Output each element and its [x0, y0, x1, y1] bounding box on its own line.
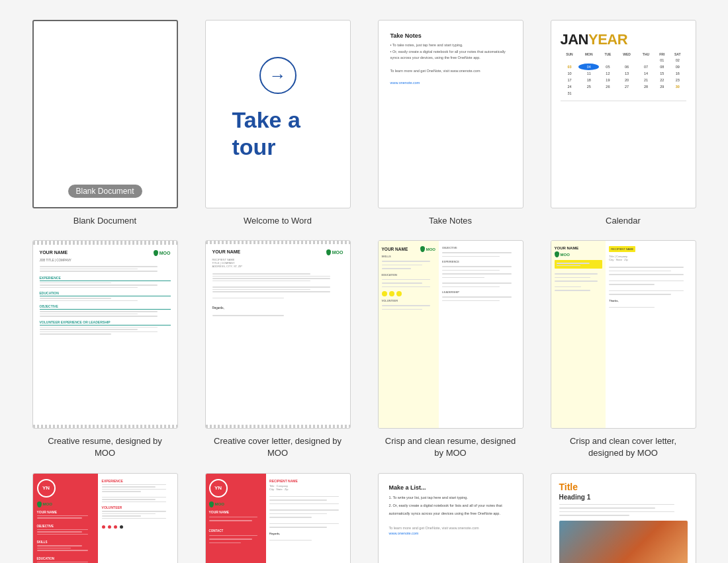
pr-name: YOUR NAME [37, 510, 94, 514]
ccl-recipient: RECIPIENT NAMETITLE | COMPANYADDRESS, CI… [212, 258, 343, 268]
cal-year: YEAR [588, 31, 627, 48]
template-polished-cover[interactable]: YN MOO YOUR NAME CONTACT [199, 473, 356, 563]
make-list-thumb[interactable]: Make a List... 1. To write your list, ju… [378, 473, 523, 563]
tour-label: Welcome to Word [244, 215, 312, 227]
calendar-thumb[interactable]: JANYEAR SUNMONTUEWEDTHUFRISAT 0102 03040… [551, 20, 696, 208]
notes-line-1: • To take notes, just tap here and start… [390, 43, 463, 48]
blank-label: Blank Document [73, 215, 136, 227]
pcl-moo: MOO [209, 501, 263, 507]
pr-initials: YN [37, 479, 56, 498]
make-list-item2: 2. Or, easily create a digital notebook … [389, 503, 502, 508]
crisp-cover-recipient-box: RECIPIENT NAME [609, 246, 635, 252]
cal-header: JANYEAR [561, 31, 628, 48]
cr-bottom-bar [33, 425, 177, 428]
creative-resume-thumb[interactable]: YOUR NAME MOO JOB TITLE | COMPANY EXPERI… [32, 240, 178, 429]
ccl-moo-logo: MOO [326, 249, 343, 255]
pr-volunteer-title: VOLUNTEER [102, 505, 173, 509]
cr-header: YOUR NAME MOO [40, 250, 171, 256]
pr-sidebar: YN MOO YOUR NAME OBJECTIVE SKILLS [33, 474, 98, 563]
pr-section-objective: OBJECTIVE [37, 525, 94, 528]
crisp-header: YOUR NAME MOO [382, 246, 436, 252]
pcl-right: RECIPIENT NAME Title · CompanyCity · Sta… [266, 474, 349, 563]
tour-text: Take atour [232, 107, 337, 161]
pcl-contact-section: CONTACT [209, 529, 263, 533]
crisp-cover-label: Crisp and clean cover letter, designed b… [557, 435, 690, 459]
crisp-cover-moo: MOO [555, 251, 603, 257]
creative-cover-label: Creative cover letter, designed by MOO [212, 435, 344, 459]
ccl-body: YOUR NAME MOO RECIPIENT NAMETITLE | COMP… [206, 244, 350, 425]
moo-text: MOO [159, 251, 171, 255]
moo-drop-icon [154, 250, 158, 256]
notes-thumb[interactable]: Take Notes • To take notes, just tap her… [378, 20, 523, 208]
notes-line-4: To learn more and get OneNote, visit www… [390, 69, 480, 74]
cal-table: SUNMONTUEWEDTHUFRISAT 0102 0304050607080… [561, 52, 686, 97]
write-journal-thumb[interactable]: Title Heading 1 [551, 473, 696, 563]
notes-line-3: syncs across your devices, using the fre… [390, 56, 480, 61]
template-creative-cover[interactable]: YOUR NAME MOO RECIPIENT NAMETITLE | COMP… [199, 240, 356, 459]
make-list-footer: To learn more and get OneNote, visit www… [389, 525, 479, 531]
creative-cover-thumb[interactable]: YOUR NAME MOO RECIPIENT NAMETITLE | COMP… [205, 240, 351, 429]
make-list-item1: 1. To write your list, just tap here and… [389, 495, 468, 500]
template-welcome-to-word[interactable]: → Take atour Welcome to Word [199, 20, 356, 227]
cal-jan: JAN [561, 31, 589, 48]
pcl-moo-text: MOO [215, 502, 224, 506]
pr-experience-title: EXPERIENCE [102, 479, 173, 483]
make-list-title: Make a List... [389, 484, 426, 491]
crisp-moo-drop [420, 246, 425, 252]
crisp-cover-moo-text: MOO [561, 253, 570, 257]
template-crisp-cover[interactable]: YOUR NAME MOO [545, 240, 702, 459]
template-blank-document[interactable]: Blank Document Blank Document [26, 20, 183, 227]
calendar-label: Calendar [606, 215, 641, 227]
pr-main: EXPERIENCE VOLUNTEER [98, 474, 177, 563]
template-write-journal[interactable]: Title Heading 1 Write a Journal [545, 473, 702, 563]
blank-thumb[interactable]: Blank Document [32, 20, 178, 208]
template-calendar[interactable]: JANYEAR SUNMONTUEWEDTHUFRISAT 0102 03040… [545, 20, 702, 227]
pr-section-education: EDUCATION [37, 557, 94, 560]
blank-badge: Blank Document [68, 185, 142, 198]
tour-thumb[interactable]: → Take atour [205, 20, 351, 208]
ccl-moo-drop [326, 249, 331, 255]
crisp-cover-addr: Title | CompanyCity · State · Zip [609, 255, 692, 261]
crisp-volunteer-title: VOLUNTEER [382, 299, 436, 302]
pcl-moo-drop [209, 501, 214, 507]
moo-logo: MOO [154, 250, 171, 256]
ccl-bottom-bar [206, 425, 350, 428]
template-crisp-resume[interactable]: YOUR NAME MOO SKILLS EDUCATION [372, 240, 529, 459]
make-list-link: www.onenote.com [389, 531, 419, 535]
cr-section-education: EDUCATION [40, 291, 171, 296]
tour-arrow-icon: → [259, 57, 296, 94]
ccl-moo-text: MOO [332, 250, 343, 255]
template-polished-resume[interactable]: YN MOO YOUR NAME OBJECTIVE SKILLS [26, 473, 183, 563]
notes-line-2: • Or, easily create a digital notebook f… [390, 50, 506, 55]
template-make-list[interactable]: Make a List... 1. To write your list, ju… [372, 473, 529, 563]
crisp-resume-thumb[interactable]: YOUR NAME MOO SKILLS EDUCATION [378, 240, 523, 429]
cr-body: YOUR NAME MOO JOB TITLE | COMPANY EXPERI… [33, 245, 177, 425]
make-list-item2b: automatically syncs across your devices … [389, 511, 500, 516]
crisp-cover-box1 [555, 260, 603, 269]
polished-resume-thumb[interactable]: YN MOO YOUR NAME OBJECTIVE SKILLS [32, 473, 178, 563]
notes-title: Take Notes [390, 32, 422, 39]
crisp-cover-sidebar: YOUR NAME MOO [551, 241, 606, 428]
cal-divider [561, 101, 686, 101]
journal-image [559, 521, 688, 563]
crisp-experience-title: EXPERIENCE [442, 260, 519, 263]
template-take-notes[interactable]: Take Notes • To take notes, just tap her… [372, 20, 529, 227]
crisp-objective-title: OBJECTIVE [442, 246, 519, 249]
crisp-cover-thumb[interactable]: YOUR NAME MOO [551, 240, 696, 429]
journal-heading: Heading 1 [559, 494, 591, 501]
crisp-cover-moo-drop [555, 251, 559, 257]
crisp-main: OBJECTIVE EXPERIENCE LEADERSHIP [439, 241, 522, 428]
cr-section-volunteer: VOLUNTEER EXPERIENCE OR LEADERSHIP [40, 320, 171, 325]
pr-moo-text: MOO [43, 502, 52, 506]
cr-subtitle: JOB TITLE | COMPANY [40, 259, 171, 262]
polished-cover-thumb[interactable]: YN MOO YOUR NAME CONTACT [205, 473, 351, 563]
pr-section-skills: SKILLS [37, 541, 94, 544]
template-grid: Blank Document Blank Document → Take ato… [26, 20, 702, 563]
ccl-name: YOUR NAME [212, 249, 241, 254]
crisp-cover-name: YOUR NAME [555, 246, 603, 250]
ccl-header: YOUR NAME MOO [212, 249, 343, 255]
template-creative-resume[interactable]: YOUR NAME MOO JOB TITLE | COMPANY EXPERI… [26, 240, 183, 459]
cr-section-experience: EXPERIENCE [40, 276, 171, 281]
pcl-left: YN MOO YOUR NAME CONTACT [206, 474, 267, 563]
crisp-moo-text: MOO [426, 247, 435, 251]
